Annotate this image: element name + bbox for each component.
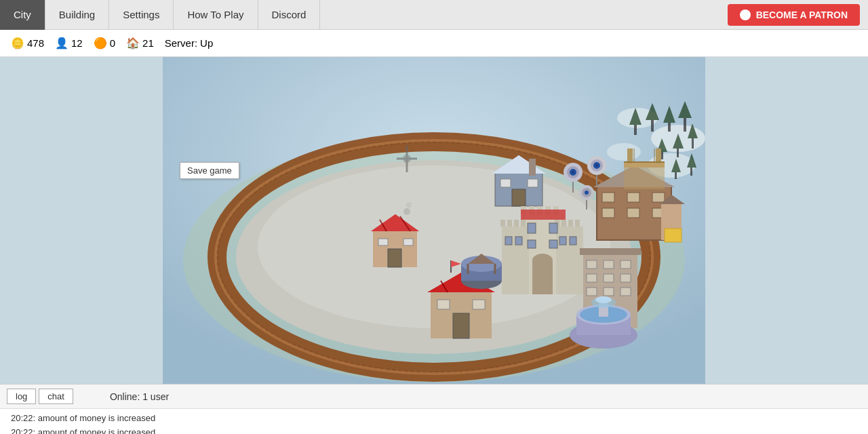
svg-rect-35 [528,179,538,187]
svg-rect-107 [473,300,485,309]
nav-settings[interactable]: Settings [109,0,174,30]
server-status: Up [200,37,213,49]
svg-point-5 [607,143,641,161]
coin-icon: 🪙 [11,37,24,50]
svg-rect-58 [514,220,519,226]
navbar: City Building Settings How To Play Disco… [0,0,868,30]
svg-point-135 [585,191,589,195]
svg-point-126 [572,171,574,174]
log-message-2: 20:22: amount of money is increased [11,426,857,434]
game-viewport[interactable]: Save game [163,57,705,384]
svg-rect-62 [568,220,573,226]
house-icon: 🏠 [126,37,140,50]
patron-label: BECOME A PATRON [756,9,848,20]
svg-rect-91 [587,260,597,269]
log-message-1: 20:22: amount of money is increased [11,412,857,426]
city-svg [163,57,705,384]
svg-rect-66 [521,210,566,220]
nav-how-to-play[interactable]: How To Play [174,0,258,30]
log-tab[interactable]: log [7,389,36,404]
svg-rect-61 [561,220,566,226]
svg-rect-67 [528,223,536,233]
svg-rect-37 [529,159,536,176]
statusbar: 🪙 478 👤 12 🟠 0 🏠 21 Server: Up [0,30,868,57]
svg-point-121 [595,296,612,303]
svg-point-131 [595,164,598,167]
coins-value: 478 [27,37,44,49]
svg-rect-36 [512,189,526,206]
svg-rect-63 [575,220,580,226]
houses-item: 🏠 21 [126,37,154,50]
server-item: Server: Up [165,37,214,49]
svg-rect-73 [559,237,566,245]
svg-rect-56 [500,220,505,226]
population-item: 👤 12 [55,37,83,50]
svg-rect-138 [656,149,661,163]
svg-rect-80 [627,193,639,202]
svg-rect-79 [602,193,614,202]
svg-rect-98 [604,288,614,296]
svg-rect-137 [627,149,633,163]
svg-rect-72 [515,237,522,245]
svg-rect-93 [620,260,631,269]
population-value: 12 [71,37,83,49]
svg-rect-96 [620,274,631,282]
svg-rect-94 [587,274,597,282]
nav-city[interactable]: City [0,0,45,30]
svg-rect-68 [549,223,557,233]
chat-tab[interactable]: chat [39,389,73,404]
svg-rect-82 [602,208,614,218]
game-container: Save game [0,57,868,384]
svg-rect-106 [437,300,450,309]
svg-rect-43 [378,239,388,245]
svg-rect-70 [549,240,557,248]
bottom-panel: log chat Online: 1 user 20:22: amount of… [0,384,868,434]
svg-rect-74 [570,237,576,245]
svg-rect-99 [620,288,631,296]
server-label: Server: [165,37,197,49]
svg-rect-57 [507,220,512,226]
save-game-tooltip[interactable]: Save game [180,162,239,179]
svg-rect-90 [580,248,641,255]
svg-rect-108 [453,313,469,338]
svg-point-46 [403,208,410,215]
person-icon: 👤 [55,37,68,50]
svg-rect-45 [388,249,401,267]
svg-rect-69 [528,240,536,248]
svg-point-65 [532,254,553,267]
online-status: Online: 1 user [110,391,169,402]
orange-value: 0 [110,37,115,49]
svg-rect-81 [652,193,665,202]
nav-building[interactable]: Building [45,0,109,30]
svg-point-47 [406,202,412,208]
svg-rect-97 [587,288,597,296]
svg-rect-34 [500,179,511,187]
nav-discord[interactable]: Discord [258,0,321,30]
svg-rect-139 [624,162,665,189]
svg-rect-83 [627,208,639,218]
log-messages: 20:22: amount of money is increased 20:2… [0,409,868,434]
tab-row: log chat Online: 1 user [0,384,868,409]
svg-rect-95 [604,274,614,282]
orange-icon: 🟠 [94,37,107,50]
orange-item: 🟠 0 [94,37,115,50]
svg-rect-44 [403,239,413,245]
svg-rect-71 [505,237,512,245]
svg-rect-59 [521,220,526,226]
svg-rect-92 [604,260,614,269]
patron-icon [740,9,751,20]
svg-rect-87 [665,229,682,242]
patron-button[interactable]: BECOME A PATRON [728,4,860,26]
houses-value: 21 [142,37,154,49]
coins-item: 🪙 478 [11,37,44,50]
